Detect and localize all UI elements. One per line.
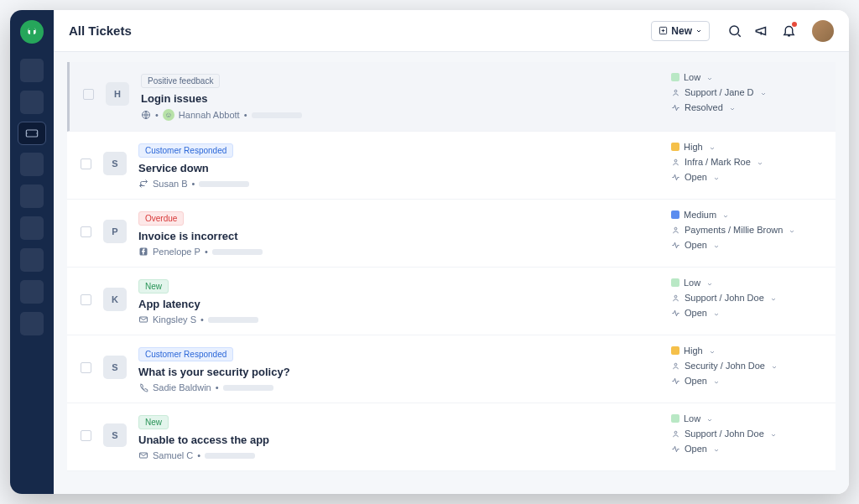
priority-color — [671, 143, 679, 151]
ticket-checkbox[interactable] — [81, 226, 91, 237]
priority-label: Medium — [684, 210, 716, 220]
status-selector[interactable]: Open — [671, 376, 822, 386]
status-selector[interactable]: Open — [671, 240, 822, 250]
chevron-down-icon — [722, 211, 729, 218]
tickets-list: H Positive feedback Login issues • ☺ Han… — [54, 52, 849, 494]
header: All Tickets New — [54, 10, 849, 52]
priority-color — [671, 414, 679, 423]
meta-placeholder — [212, 249, 263, 255]
assignee-selector[interactable]: Payments / Millie Brown — [671, 225, 822, 235]
chevron-down-icon — [709, 347, 716, 354]
nav-item-7[interactable] — [20, 280, 44, 304]
chevron-down-icon — [706, 415, 713, 422]
meta-placeholder — [252, 112, 302, 118]
ticket-checkbox[interactable] — [81, 430, 91, 441]
priority-color — [671, 346, 679, 355]
nav-item-6[interactable] — [20, 248, 44, 272]
ticket-row[interactable]: S New Unable to access the app Samuel C … — [67, 403, 836, 471]
status-icon — [671, 173, 680, 182]
svg-point-2 — [730, 26, 739, 35]
nav-item-5[interactable] — [20, 216, 44, 240]
status-label: Open — [685, 240, 707, 250]
status-label: Resolved — [685, 102, 723, 112]
assignee-label: Infra / Mark Roe — [685, 157, 751, 167]
assignee-label: Security / John Doe — [685, 361, 765, 371]
ticket-checkbox[interactable] — [83, 89, 94, 100]
svg-point-4 — [674, 90, 677, 92]
chevron-down-icon — [771, 362, 778, 369]
ticket-title[interactable]: Login issues — [141, 92, 659, 105]
priority-selector[interactable]: Medium — [671, 210, 822, 220]
priority-selector[interactable]: High — [671, 346, 822, 356]
ticket-title[interactable]: App latency — [138, 298, 659, 310]
ticket-checkbox[interactable] — [81, 294, 91, 305]
ticket-title[interactable]: Service down — [138, 162, 659, 174]
assignee-selector[interactable]: Security / John Doe — [671, 361, 822, 371]
assignee-selector[interactable]: Support / John Doe — [671, 429, 822, 439]
ticket-title[interactable]: Unable to access the app — [138, 434, 659, 446]
nav-item-tickets[interactable] — [18, 122, 45, 144]
priority-selector[interactable]: Low — [671, 72, 822, 82]
user-avatar[interactable] — [812, 20, 834, 42]
ticket-side: Medium Payments / Millie Brown Open — [671, 210, 822, 250]
requester-name: Susan B — [153, 179, 188, 189]
ticket-row[interactable]: S Customer Responded Service down Susan … — [67, 132, 836, 200]
new-button[interactable]: New — [651, 21, 710, 41]
search-icon[interactable] — [726, 23, 743, 39]
status-selector[interactable]: Open — [671, 172, 822, 182]
nav-item-3[interactable] — [20, 153, 44, 176]
requester-name: Hannah Abbott — [179, 110, 240, 120]
ticket-row[interactable]: H Positive feedback Login issues • ☺ Han… — [67, 62, 836, 132]
svg-point-7 — [674, 227, 677, 230]
assignee-selector[interactable]: Infra / Mark Roe — [671, 157, 822, 167]
status-selector[interactable]: Resolved — [671, 102, 822, 112]
meta-placeholder — [199, 181, 249, 187]
app-logo[interactable] — [20, 20, 44, 44]
chevron-down-icon — [713, 309, 720, 316]
status-selector[interactable]: Open — [671, 308, 822, 318]
status-icon — [671, 309, 680, 318]
requester-name: Penelope P — [153, 247, 200, 257]
nav-item-2[interactable] — [20, 91, 44, 114]
status-selector[interactable]: Open — [671, 444, 822, 454]
ticket-title[interactable]: Invoice is incorrect — [138, 230, 659, 242]
ticket-row[interactable]: P Overdue Invoice is incorrect Penelope … — [67, 200, 836, 268]
ticket-checkbox[interactable] — [81, 362, 91, 373]
priority-selector[interactable]: High — [671, 142, 822, 152]
status-label: Open — [685, 172, 707, 182]
ticket-checkbox[interactable] — [81, 158, 91, 169]
ticket-tag: Customer Responded — [138, 143, 233, 158]
announcement-icon[interactable] — [753, 23, 770, 39]
channel-icon — [138, 179, 148, 189]
ticket-title[interactable]: What is your security policy? — [138, 366, 659, 378]
nav-item-4[interactable] — [20, 184, 44, 208]
notifications-icon[interactable] — [780, 23, 797, 39]
requester-initial: K — [103, 288, 127, 311]
person-icon — [671, 294, 680, 303]
svg-point-12 — [674, 431, 677, 434]
nav-item-1[interactable] — [20, 59, 44, 82]
requester-name: Kingsley S — [153, 314, 196, 325]
page-title: All Tickets — [69, 23, 132, 38]
assignee-label: Payments / Millie Brown — [685, 225, 783, 235]
requester-initial: S — [103, 356, 127, 379]
new-button-label: New — [671, 25, 692, 37]
nav-item-8[interactable] — [20, 312, 44, 335]
ticket-row[interactable]: K New App latency Kingsley S • Low Suppo… — [67, 268, 836, 335]
status-icon — [671, 377, 680, 386]
requester-initial: S — [103, 152, 127, 175]
ticket-side: Low Support / John Doe Open — [671, 413, 822, 454]
assignee-selector[interactable]: Support / Jane D — [671, 87, 822, 97]
priority-selector[interactable]: Low — [671, 278, 822, 288]
priority-selector[interactable]: Low — [671, 413, 822, 423]
chevron-down-icon — [713, 174, 720, 180]
assignee-selector[interactable]: Support / John Doe — [671, 293, 822, 303]
ticket-row[interactable]: S Customer Responded What is your securi… — [67, 335, 836, 403]
ticket-side: High Security / John Doe Open — [671, 346, 822, 386]
meta-placeholder — [208, 317, 258, 323]
svg-point-9 — [674, 295, 677, 298]
chevron-down-icon — [729, 104, 736, 111]
chevron-down-icon — [770, 430, 777, 437]
ticket-tag: Positive feedback — [141, 74, 220, 88]
ticket-tag: New — [138, 279, 169, 294]
